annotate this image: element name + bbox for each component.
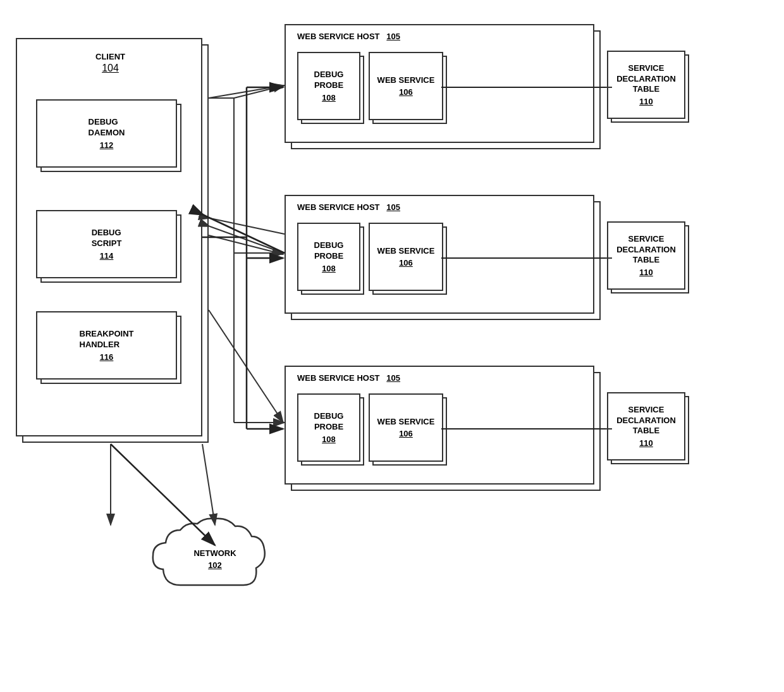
network-cloud: NETWORK 102	[145, 512, 285, 616]
wsh2-probe-label: DEBUGPROBE	[314, 240, 344, 262]
arrow-wsh2-client	[210, 226, 283, 253]
wsh1-number: 105	[386, 32, 400, 41]
debug-daemon-number: 112	[100, 140, 114, 150]
breakpoint-handler-number: 116	[100, 352, 114, 362]
debug-script-label: DEBUGSCRIPT	[92, 228, 122, 249]
wsh1-probe-number: 108	[322, 93, 336, 102]
debug-script-number: 114	[100, 251, 114, 261]
diagram: CLIENT 104 DEBUGDAEMON 112 DEBUGSCRIPT 1…	[0, 0, 784, 692]
arrow-client-wsh2	[209, 235, 283, 254]
wsh3-sdt-number: 110	[639, 438, 653, 448]
wsh2-web-service: WEB SERVICE 106	[369, 223, 448, 295]
wsh3-debug-probe: DEBUGPROBE 108	[297, 393, 364, 466]
wsh3-title: WEB SERVICE HOST 105	[297, 373, 400, 383]
wsh3-probe-ws: DEBUGPROBE 108 WEB SERVICE 106	[297, 393, 448, 466]
wsh3-probe-number: 108	[322, 435, 336, 444]
breakpoint-handler-label: BREAKPOINTHANDLER	[80, 329, 134, 350]
client-title: CLIENT 104	[17, 51, 204, 74]
arrow-back-wsh2	[210, 218, 285, 234]
wsh1-sdt-label: SERVICEDECLARATIONTABLE	[616, 63, 676, 96]
wsh1-sdt: SERVICEDECLARATIONTABLE 110	[607, 51, 689, 123]
wsh2-probe-ws: DEBUGPROBE 108 WEB SERVICE 106	[297, 223, 448, 295]
client-container: CLIENT 104 DEBUGDAEMON 112 DEBUGSCRIPT 1…	[16, 38, 209, 443]
wsh2-number: 105	[386, 202, 400, 212]
wsh3-ws-number: 106	[399, 429, 413, 438]
wsh3-ws-label: WEB SERVICE	[377, 417, 435, 428]
wsh1-title: WEB SERVICE HOST 105	[297, 32, 400, 41]
wsh1-sdt-number: 110	[639, 97, 653, 106]
arrow-client-wsh3	[209, 310, 283, 423]
network-number: 102	[208, 560, 222, 570]
wsh1-probe-ws: DEBUGPROBE 108 WEB SERVICE 106	[297, 52, 448, 125]
branch-to-wsh1	[234, 85, 285, 98]
wsh2-probe-number: 108	[322, 264, 336, 273]
wsh3-sdt-label: SERVICEDECLARATIONTABLE	[616, 405, 676, 437]
wsh2-sdt: SERVICEDECLARATIONTABLE 110	[607, 221, 689, 294]
debug-script-shadow: DEBUGSCRIPT 114	[36, 210, 181, 283]
wsh3-web-service: WEB SERVICE 106	[369, 393, 448, 466]
wsh1-ws-number: 106	[399, 87, 413, 97]
wsh2-ws-number: 106	[399, 258, 413, 268]
wsh2-sdt-label: SERVICEDECLARATIONTABLE	[616, 234, 676, 266]
wsh3-number: 105	[386, 373, 400, 383]
wsh3-sdt: SERVICEDECLARATIONTABLE 110	[607, 392, 689, 465]
client-label: CLIENT	[95, 52, 125, 61]
arrow-from-wsh2	[204, 215, 285, 253]
network-label: NETWORK	[193, 548, 236, 558]
wsh2-title: WEB SERVICE HOST 105	[297, 202, 400, 212]
debug-daemon-shadow: DEBUGDAEMON 112	[36, 99, 181, 172]
wsh1-debug-probe: DEBUGPROBE 108	[297, 52, 364, 125]
arrow-client-wsh1	[209, 85, 283, 98]
wsh3-probe-label: DEBUGPROBE	[314, 411, 344, 433]
wsh2-sdt-number: 110	[639, 268, 653, 277]
wsh1-probe-label: DEBUGPROBE	[314, 70, 344, 91]
wsh2-debug-probe: DEBUGPROBE 108	[297, 223, 364, 295]
debug-daemon-label: DEBUGDAEMON	[89, 117, 125, 139]
wsh1-ws-label: WEB SERVICE	[377, 75, 435, 86]
breakpoint-handler-shadow: BREAKPOINTHANDLER 116	[36, 311, 181, 384]
wsh1-web-service: WEB SERVICE 106	[369, 52, 448, 125]
wsh2-ws-label: WEB SERVICE	[377, 246, 435, 257]
client-number: 104	[102, 63, 119, 73]
